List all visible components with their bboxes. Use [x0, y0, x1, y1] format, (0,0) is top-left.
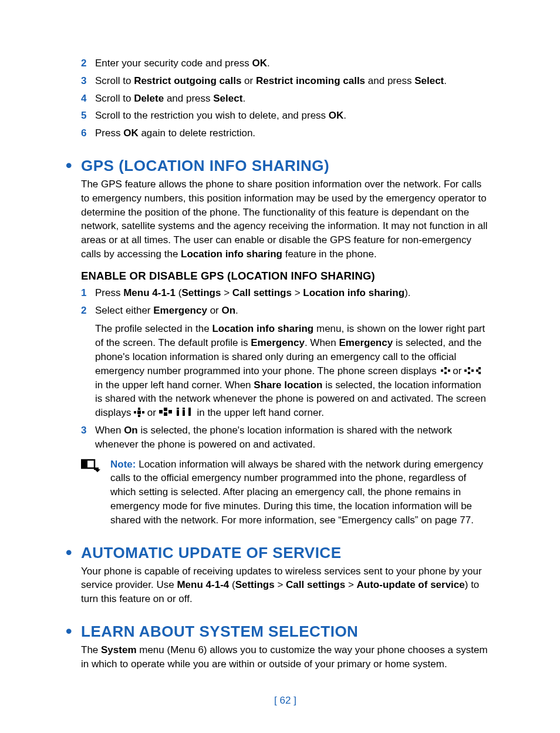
svg-rect-10 — [478, 372, 481, 374]
svg-rect-22 — [183, 410, 185, 416]
note-label: Note: — [110, 459, 136, 470]
list-item: 5Scroll to the restriction you wish to d… — [81, 109, 490, 123]
svg-rect-6 — [468, 372, 470, 374]
subheading-enable-gps: ENABLE OR DISABLE GPS (LOCATION INFO SHA… — [81, 270, 490, 283]
note-icon — [81, 458, 110, 527]
svg-rect-16 — [159, 410, 163, 413]
svg-rect-13 — [134, 411, 136, 413]
svg-rect-5 — [468, 367, 470, 369]
svg-rect-19 — [168, 410, 172, 413]
page-number: [ 62 ] — [81, 695, 490, 707]
step-text: When On is selected, the phone's locatio… — [95, 423, 490, 452]
svg-rect-4 — [464, 369, 467, 372]
list-item: 3Scroll to Restrict outgoing calls or Re… — [81, 74, 490, 88]
heading-auto-update: AUTOMATIC UPDATE OF SERVICE — [81, 544, 490, 562]
list-item: 1Press Menu 4-1-1 (Settings > Call setti… — [81, 286, 490, 300]
step-text: Scroll to the restriction you wish to de… — [95, 109, 490, 123]
step-number: 1 — [81, 286, 95, 300]
learn-system-text: The System menu (Menu 6) allows you to c… — [81, 643, 490, 671]
step-number: 5 — [81, 109, 95, 123]
svg-rect-1 — [444, 367, 447, 369]
step-number: 3 — [81, 74, 95, 88]
gps-small-icon — [440, 366, 450, 375]
auto-update-text: Your phone is capable of receiving updat… — [81, 564, 490, 606]
heading-gps: GPS (LOCATION INFO SHARING) — [81, 157, 490, 175]
step-text: Scroll to Delete and press Select. — [95, 92, 490, 106]
gps-steps-list: 1Press Menu 4-1-1 (Settings > Call setti… — [81, 286, 490, 452]
svg-rect-8 — [476, 369, 478, 372]
step-text: Enter your security code and press OK. — [95, 56, 490, 70]
note-text: Location information will always be shar… — [110, 459, 483, 526]
heading-learn-system: LEARN ABOUT SYSTEM SELECTION — [81, 623, 490, 641]
svg-rect-17 — [164, 408, 167, 411]
step-text: Press Menu 4-1-1 (Settings > Call settin… — [95, 286, 490, 300]
steps-top-list: 2Enter your security code and press OK.3… — [81, 56, 490, 140]
list-item: 2Enter your security code and press OK. — [81, 56, 490, 70]
step-text: Scroll to Restrict outgoing calls or Res… — [95, 74, 490, 88]
svg-rect-12 — [138, 415, 140, 417]
svg-rect-26 — [82, 460, 87, 468]
svg-rect-2 — [444, 372, 447, 374]
svg-rect-27 — [94, 468, 99, 470]
step-number: 2 — [81, 56, 95, 70]
svg-rect-20 — [177, 410, 179, 416]
svg-rect-7 — [471, 369, 474, 372]
svg-rect-9 — [478, 367, 481, 369]
step-number: 4 — [81, 92, 95, 106]
gps-dot-icon — [134, 408, 144, 417]
step-text: Press OK again to delete restriction. — [95, 126, 490, 140]
step-number: 2 — [81, 304, 95, 420]
step-followup: The profile selected in the Location inf… — [95, 322, 490, 420]
svg-rect-21 — [177, 408, 179, 409]
list-item: 2Select either Emergency or On.The profi… — [81, 304, 490, 420]
svg-rect-11 — [138, 408, 140, 410]
note-block: Note: Location information will always b… — [81, 458, 490, 527]
list-item: 6Press OK again to delete restriction. — [81, 126, 490, 140]
step-text: Select either Emergency or On.The profil… — [95, 304, 490, 420]
svg-rect-23 — [183, 408, 185, 409]
gps-wide-icon — [464, 366, 481, 375]
svg-rect-15 — [137, 411, 141, 414]
step-number: 6 — [81, 126, 95, 140]
gps-bars-icon — [159, 406, 194, 417]
step-number: 3 — [81, 423, 95, 452]
svg-rect-24 — [188, 408, 191, 416]
gps-intro: The GPS feature allows the phone to shar… — [81, 177, 490, 261]
svg-rect-0 — [441, 369, 443, 372]
list-item: 3When On is selected, the phone's locati… — [81, 423, 490, 452]
note-body: Note: Location information will always b… — [110, 458, 490, 527]
list-item: 4Scroll to Delete and press Select. — [81, 92, 490, 106]
svg-rect-18 — [164, 412, 167, 416]
